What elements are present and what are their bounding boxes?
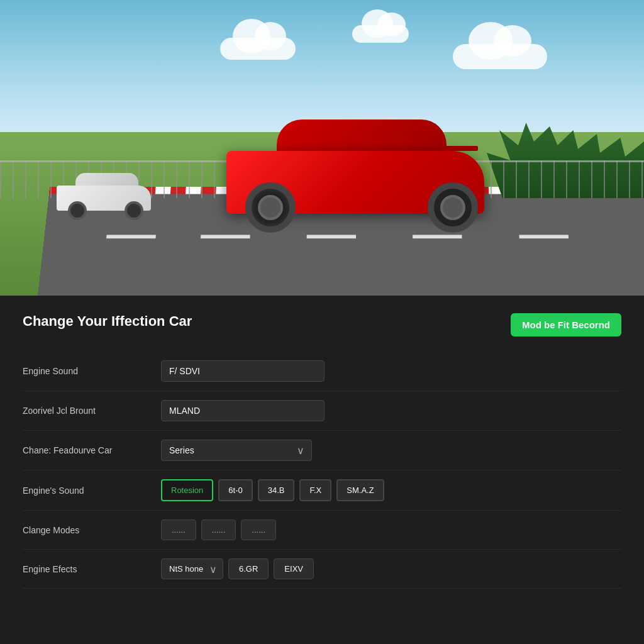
engine-sound-input[interactable] [161,360,325,382]
zoom-label: Zoorivel Jcl Brount [23,406,161,416]
engine-effects-select[interactable]: NtS hone Option2 [161,558,223,579]
sound-btn-6t0[interactable]: 6t-0 [218,479,252,501]
white-car-wheel-right [125,201,143,220]
change-car-select[interactable]: Series Option2 Option3 [161,440,312,461]
engine-sound-label: Engine Sound [23,366,161,376]
engine-effects-select-wrapper: NtS hone Option2 [161,558,223,579]
engines-sound-label: Engine's Sound [23,486,161,496]
sound-btn-34b[interactable]: 34.B [258,479,295,501]
form-section: Engine Sound Zoorivel Jcl Brount Chane: … [23,352,621,589]
panel-header: Change Your Iffection Car Mod be Fit Bec… [23,313,621,336]
control-panel: Change Your Iffection Car Mod be Fit Bec… [0,296,644,606]
effect-btn-6gr[interactable]: 6.GR [228,558,269,579]
change-car-label: Chane: Feadourve Car [23,445,161,455]
zoom-input[interactable] [161,400,325,421]
white-car-wheel-left [68,201,87,220]
engines-sound-button-group: Rotesion 6t-0 34.B F.X SM.A.Z [161,479,384,501]
mode-btn-2[interactable]: ...... [201,519,236,540]
cloud-2 [352,25,409,43]
panel-title: Change Your Iffection Car [23,313,192,330]
mod-button[interactable]: Mod be Fit Becornd [511,313,621,336]
change-modes-label: Clange Modes [23,525,161,535]
zoom-row: Zoorivel Jcl Brount [23,391,621,431]
engine-sound-row: Engine Sound [23,352,621,391]
cloud-1 [220,38,296,60]
red-car-wheel-left [245,182,296,233]
red-car: PLATE [214,107,497,233]
sound-btn-smaz[interactable]: SM.A.Z [336,479,384,501]
engines-sound-row: Engine's Sound Rotesion 6t-0 34.B F.X SM… [23,470,621,511]
change-car-select-wrapper: Series Option2 Option3 [161,440,312,461]
change-car-row: Chane: Feadourve Car Series Option2 Opti… [23,431,621,470]
change-modes-row: Clange Modes ...... ...... ...... [23,511,621,550]
sound-btn-rotesion[interactable]: Rotesion [161,479,213,501]
hero-image: PLATE [0,0,644,296]
red-car-wheel-right [428,182,478,233]
cloud-3 [453,44,547,69]
engine-effects-group: NtS hone Option2 6.GR EIXV [161,558,314,579]
sound-btn-fx[interactable]: F.X [299,479,331,501]
change-modes-button-group: ...... ...... ...... [161,519,276,540]
engine-effects-row: Engine Efects NtS hone Option2 6.GR EIXV [23,550,621,589]
white-car [57,176,151,220]
engine-effects-label: Engine Efects [23,564,161,574]
mode-btn-1[interactable]: ...... [161,519,196,540]
mode-btn-3[interactable]: ...... [241,519,276,540]
effect-btn-eixv[interactable]: EIXV [274,558,314,579]
